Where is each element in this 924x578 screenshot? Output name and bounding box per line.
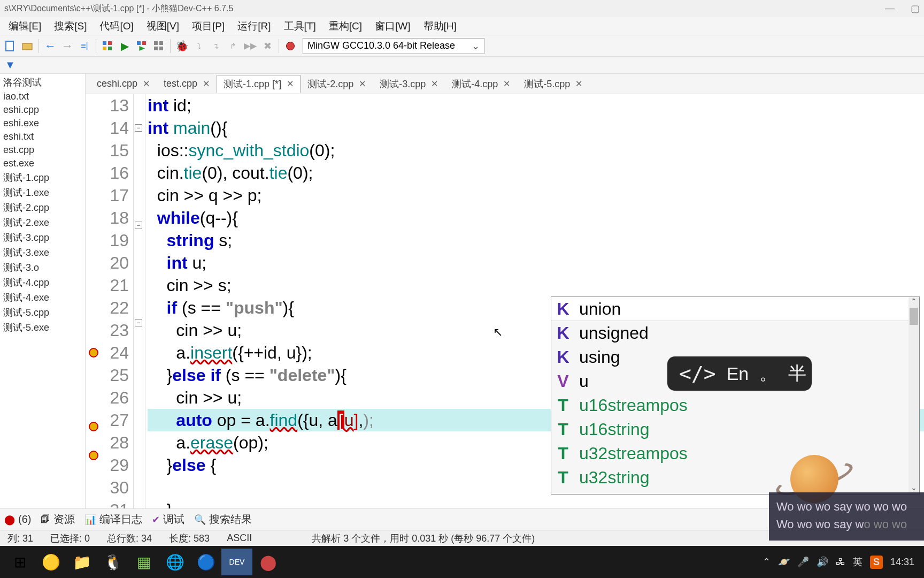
menu-帮助[H][interactable]: 帮助[H] [417,17,463,35]
taskbar-chrome[interactable]: 🌐 [159,549,190,575]
debug-icon[interactable]: 🐞 [174,38,190,54]
ime-lang[interactable]: En [727,363,749,384]
tray-mic-icon[interactable]: 🎤 [797,556,809,568]
breakpoint-toggle-icon[interactable] [282,38,298,54]
file-item[interactable]: est.cpp [0,143,85,157]
code-line[interactable]: while(q--){ [148,207,924,229]
tray-ime-lang[interactable]: 英 [853,556,863,568]
ime-punct[interactable]: 。 [759,361,777,386]
file-item[interactable]: eshi.exe [0,117,85,130]
menu-重构[C][interactable]: 重构[C] [322,17,368,35]
new-file-icon[interactable] [2,38,18,54]
file-item[interactable]: 测试-4.exe [0,290,85,305]
taskbar-app-3[interactable]: ▦ [128,549,159,575]
autocomplete-item[interactable]: Tu32string [551,466,919,490]
bottom-tab[interactable]: ✔调试 [152,512,184,527]
indent-guide-icon[interactable]: ≡| [76,38,93,54]
file-item[interactable]: 洛谷测试 [0,75,85,90]
editor-tab[interactable]: 测试-3.cpp✕ [373,75,445,93]
autocomplete-item[interactable]: Tu16string [551,417,919,442]
code-line[interactable]: cin.tie(0), cout.tie(0); [148,162,924,184]
tab-close-icon[interactable]: ✕ [143,79,150,89]
file-item[interactable]: 测试-2.cpp [0,200,85,215]
code-line[interactable]: ios::sync_with_stdio(0); [148,139,924,162]
tray-sogou-icon[interactable]: S [870,556,883,569]
compile-run-icon[interactable] [134,38,150,54]
tab-close-icon[interactable]: ✕ [287,79,294,89]
menu-项目[P][interactable]: 项目[P] [186,17,231,35]
tab-close-icon[interactable]: ✕ [203,79,210,89]
tray-planet-icon[interactable]: 🪐 [778,556,790,568]
fold-toggle-icon[interactable]: − [135,319,142,326]
taskbar-app-1[interactable]: 🟡 [35,549,66,575]
run-icon[interactable]: ▶ [117,38,133,54]
menu-搜索[S][interactable]: 搜索[S] [48,17,93,35]
rebuild-icon[interactable] [151,38,167,54]
tab-close-icon[interactable]: ✕ [503,79,510,89]
code-line[interactable]: cin >> s; [148,274,924,296]
editor-tab[interactable]: test.cpp✕ [157,75,217,92]
stop-debug-icon[interactable]: ✖ [259,38,275,54]
autocomplete-scrollbar[interactable]: ⌃ ⌄ [908,297,919,494]
file-item[interactable]: 测试-1.cpp [0,170,85,185]
autocomplete-item[interactable]: Tu16streampos [551,393,919,417]
file-item[interactable]: est.exe [0,157,85,170]
bottom-tab[interactable]: ⬤(6) [4,513,31,526]
nav-forward-icon[interactable]: → [59,38,75,54]
maximize-icon[interactable]: ▢ [911,3,920,14]
breakpoint-icon[interactable] [89,348,98,358]
file-item[interactable]: 测试-3.exe [0,245,85,260]
scroll-thumb[interactable] [910,308,918,325]
file-item[interactable]: eshi.cpp [0,103,85,117]
open-project-icon[interactable] [19,38,35,54]
file-item[interactable]: iao.txt [0,90,85,103]
compiler-select[interactable]: MinGW GCC10.3.0 64-bit Release ⌄ [303,38,484,54]
ime-floating-bar[interactable]: </> En 。 半 [667,356,812,391]
bottom-tab[interactable]: 🗐资源 [41,512,75,527]
scroll-up-icon[interactable]: ⌃ [908,297,919,308]
fold-toggle-icon[interactable]: − [135,124,142,132]
taskbar-record[interactable]: ⬤ [252,549,283,575]
menu-窗口[W][interactable]: 窗口[W] [368,17,417,35]
editor-tab[interactable]: 测试-5.cpp✕ [517,75,589,93]
taskbar-app-2[interactable]: 🐧 [97,549,128,575]
minimize-icon[interactable]: — [885,3,895,14]
continue-icon[interactable]: ▶▶ [242,38,258,54]
file-item[interactable]: 测试-5.exe [0,320,85,335]
file-item[interactable]: 测试-4.cpp [0,275,85,290]
code-line[interactable]: int main(){ [148,117,924,139]
menu-编辑[E][interactable]: 编辑[E] [2,17,48,35]
nav-back-icon[interactable]: ← [42,38,58,54]
menu-视图[V][interactable]: 视图[V] [140,17,186,35]
tray-volume-icon[interactable]: 🔊 [817,556,828,568]
autocomplete-popup[interactable]: KunionKunsignedKusingVuTu16streamposTu16… [551,296,920,495]
menu-运行[R][interactable]: 运行[R] [231,17,277,35]
grid-icon[interactable] [99,38,116,54]
ime-width[interactable]: 半 [788,361,806,386]
editor-tab[interactable]: 测试-4.cpp✕ [445,75,517,93]
editor-tab[interactable]: 测试-2.cpp✕ [301,75,373,93]
code-line[interactable]: string s; [148,229,924,252]
file-item[interactable]: eshi.txt [0,130,85,143]
step-out-icon[interactable]: ↱ [225,38,241,54]
taskbar-edge[interactable]: 🔵 [190,549,221,575]
tray-up-icon[interactable]: ⌃ [763,556,771,568]
tab-close-icon[interactable]: ✕ [359,79,366,89]
tab-close-icon[interactable]: ✕ [431,79,438,89]
autocomplete-item[interactable]: Tu32streampos [551,442,919,466]
step-over-icon[interactable]: ⤵ [191,38,207,54]
filter-icon[interactable]: ▼ [2,57,18,73]
file-item[interactable]: 测试-2.exe [0,215,85,230]
tray-network-icon[interactable]: 🖧 [836,557,845,568]
bottom-tab[interactable]: 📊编译日志 [84,512,142,527]
autocomplete-item[interactable]: Kunion [551,297,919,321]
fold-toggle-icon[interactable]: − [135,222,142,229]
code-line[interactable]: int u; [148,252,924,274]
tab-close-icon[interactable]: ✕ [575,79,582,89]
editor-tab[interactable]: ceshi.cpp✕ [90,75,157,92]
menu-代码[O][interactable]: 代码[O] [93,17,140,35]
breakpoint-icon[interactable] [89,451,98,460]
start-button[interactable]: ⊞ [4,549,35,575]
taskbar-devcpp[interactable]: DEV [221,549,252,575]
file-item[interactable]: 测试-5.cpp [0,305,85,320]
